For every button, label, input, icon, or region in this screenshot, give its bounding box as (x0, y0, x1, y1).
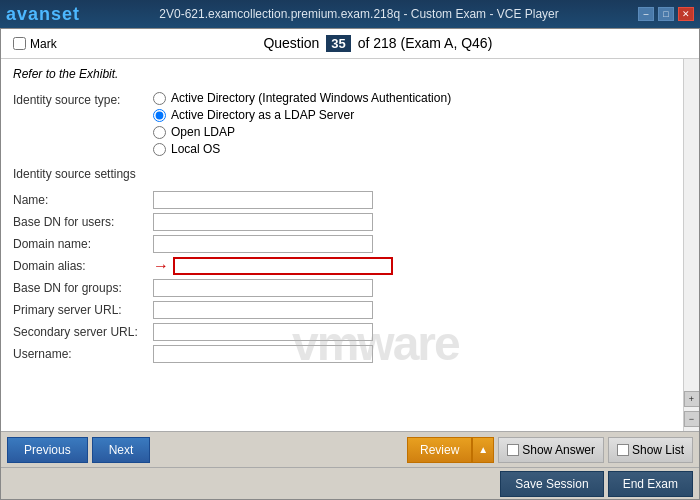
question-number-badge: 35 (326, 35, 350, 52)
domain-field-row: Domain name: (13, 235, 663, 253)
primary-field-row: Primary server URL: (13, 301, 663, 319)
basedn-label: Base DN for users: (13, 215, 153, 229)
content-area: Refer to the Exhibit. Identity source ty… (1, 59, 683, 431)
radio-option-4[interactable]: Local OS (153, 142, 451, 156)
window-title: 2V0-621.examcollection.premium.exam.218q… (80, 7, 638, 21)
content-wrapper: Refer to the Exhibit. Identity source ty… (1, 59, 699, 431)
radio-label-4: Local OS (171, 142, 220, 156)
bottom-toolbar: Previous Next Review ▲ Show Answer Show … (1, 431, 699, 467)
minimize-button[interactable]: – (638, 7, 654, 21)
form-fields: Name: Base DN for users: Domain name: Do… (13, 191, 663, 363)
logo-a: a (6, 4, 17, 24)
primary-input[interactable] (153, 301, 373, 319)
main-window: Mark Question 35 of 218 (Exam A, Q46) Re… (0, 28, 700, 500)
radio-label-2: Active Directory as a LDAP Server (171, 108, 354, 122)
identity-settings-label: Identity source settings (13, 167, 663, 181)
name-label: Name: (13, 193, 153, 207)
secondary-field-row: Secondary server URL: (13, 323, 663, 341)
radio-options-group: Active Directory (Integrated Windows Aut… (153, 91, 451, 159)
radio-option-3[interactable]: Open LDAP (153, 125, 451, 139)
scroll-panel: + − (683, 59, 699, 431)
title-bar: avanset 2V0-621.examcollection.premium.e… (0, 0, 700, 28)
end-exam-button[interactable]: End Exam (608, 471, 693, 497)
show-list-button[interactable]: Show List (608, 437, 693, 463)
show-list-label: Show List (632, 443, 684, 457)
radio-option-1[interactable]: Active Directory (Integrated Windows Aut… (153, 91, 451, 105)
secondary-label: Secondary server URL: (13, 325, 153, 339)
name-field-row: Name: (13, 191, 663, 209)
primary-label: Primary server URL: (13, 303, 153, 317)
exhibit-reference: Refer to the Exhibit. (13, 67, 663, 81)
username-label: Username: (13, 347, 153, 361)
previous-button[interactable]: Previous (7, 437, 88, 463)
save-session-button[interactable]: Save Session (500, 471, 603, 497)
show-list-checkbox-icon (617, 444, 629, 456)
secondary-input[interactable] (153, 323, 373, 341)
alias-arrow-icon: → (153, 257, 169, 275)
domain-input[interactable] (153, 235, 373, 253)
show-answer-checkbox-icon (507, 444, 519, 456)
mark-checkbox[interactable]: Mark (13, 37, 57, 51)
radio-label-3: Open LDAP (171, 125, 235, 139)
radio-ad-integrated[interactable] (153, 92, 166, 105)
question-info: Question 35 of 218 (Exam A, Q46) (69, 35, 687, 52)
next-button[interactable]: Next (92, 437, 151, 463)
radio-open-ldap[interactable] (153, 126, 166, 139)
domain-label: Domain name: (13, 237, 153, 251)
mark-check[interactable] (13, 37, 26, 50)
alias-input[interactable] (173, 257, 393, 275)
basedn-field-row: Base DN for users: (13, 213, 663, 231)
radio-local-os[interactable] (153, 143, 166, 156)
radio-ad-ldap[interactable] (153, 109, 166, 122)
review-dropdown-button[interactable]: ▲ (472, 437, 494, 463)
app-logo: avanset (6, 4, 80, 25)
name-input[interactable] (153, 191, 373, 209)
basedngrp-label: Base DN for groups: (13, 281, 153, 295)
mark-label: Mark (30, 37, 57, 51)
zoom-in-button[interactable]: + (684, 391, 700, 407)
identity-source-type-section: Identity source type: Active Directory (… (13, 91, 663, 159)
show-answer-label: Show Answer (522, 443, 595, 457)
username-field-row: Username: (13, 345, 663, 363)
review-button[interactable]: Review (407, 437, 472, 463)
identity-source-type-label: Identity source type: (13, 91, 153, 107)
close-button[interactable]: ✕ (678, 7, 694, 21)
radio-option-2[interactable]: Active Directory as a LDAP Server (153, 108, 451, 122)
window-controls: – □ ✕ (638, 7, 694, 21)
question-total: of 218 (Exam A, Q46) (358, 35, 493, 51)
question-header: Mark Question 35 of 218 (Exam A, Q46) (1, 29, 699, 59)
review-group: Review ▲ (407, 437, 494, 463)
show-answer-button[interactable]: Show Answer (498, 437, 604, 463)
maximize-button[interactable]: □ (658, 7, 674, 21)
username-input[interactable] (153, 345, 373, 363)
zoom-out-button[interactable]: − (684, 411, 700, 427)
basedn-input[interactable] (153, 213, 373, 231)
bottom-toolbar-2: Save Session End Exam (1, 467, 699, 499)
alias-label: Domain alias: (13, 259, 153, 273)
question-label: Question (263, 35, 319, 51)
logo-set: set (51, 4, 80, 24)
alias-field-row: Domain alias: → (13, 257, 663, 275)
radio-label-1: Active Directory (Integrated Windows Aut… (171, 91, 451, 105)
basedngrp-field-row: Base DN for groups: (13, 279, 663, 297)
logo-van: van (17, 4, 51, 24)
basedngrp-input[interactable] (153, 279, 373, 297)
